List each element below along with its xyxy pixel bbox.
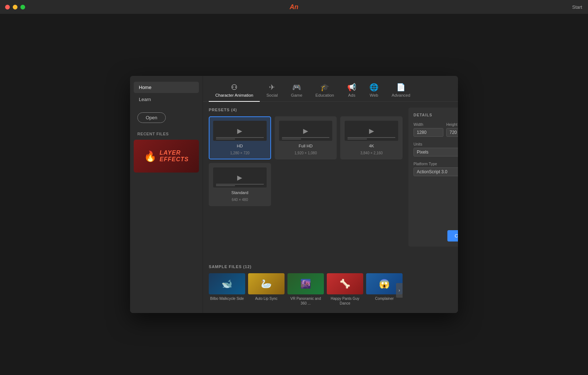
tab-advanced[interactable]: 📄 Advanced	[385, 81, 417, 102]
details-title: DETAILS	[413, 113, 458, 117]
play-icon: ▶	[237, 127, 242, 135]
sample-files-title: SAMPLE FILES (12)	[209, 264, 403, 269]
next-arrow[interactable]: ›	[396, 283, 403, 298]
preset-full-hd-name: Full HD	[299, 144, 313, 148]
main-area: Home Learn Open RECENT FILES 🔥 LAYEREFFE…	[0, 14, 588, 375]
preset-standard[interactable]: ▶ Standard 640 × 480	[209, 163, 271, 206]
width-input[interactable]: 1280	[413, 128, 443, 137]
preset-hd-thumbnail: ▶	[213, 121, 267, 141]
ads-icon: 📢	[347, 84, 356, 91]
platform-select-wrap: ActionScript 3.0	[413, 167, 458, 176]
sample-lip-sync[interactable]: 🦢 Auto Lip Sync	[248, 273, 285, 306]
web-icon: 🌐	[369, 84, 379, 91]
tab-ads-label: Ads	[348, 93, 356, 97]
recent-files-label: RECENT FILES	[130, 132, 203, 136]
banner-icon: 🔥	[144, 150, 157, 162]
sample-lip-thumb: 🦢	[248, 273, 285, 294]
sidebar-nav: Home Learn	[130, 82, 203, 105]
sample-happy-name: Happy Pants Guy Dance	[327, 296, 363, 306]
width-group: Width 1280	[413, 122, 443, 137]
sample-vr[interactable]: 🌆 VR Panoramic and 360 ...	[287, 273, 324, 306]
sample-bilbo-name: Bilbo Walkcycle Side	[209, 296, 245, 301]
app-logo: An	[290, 3, 298, 11]
height-label: Height	[446, 122, 458, 127]
minimize-button[interactable]	[13, 5, 17, 9]
thumb-lines-3	[348, 137, 395, 138]
units-group: Units Pixels	[413, 142, 458, 156]
thumb-lines	[216, 137, 264, 138]
an-logo-text: An	[290, 3, 298, 11]
sample-bilbo[interactable]: 🐋 Bilbo Walkcycle Side	[209, 273, 245, 306]
open-button[interactable]: Open	[137, 112, 166, 123]
social-icon: ✈	[269, 84, 275, 91]
open-button-wrap: Open	[130, 112, 203, 123]
tab-advanced-label: Advanced	[392, 93, 410, 97]
maximize-button[interactable]	[20, 5, 25, 9]
tab-ads[interactable]: 📢 Ads	[341, 81, 363, 102]
preset-full-hd[interactable]: ▶ Full HD 1,920 × 1,080	[275, 116, 337, 159]
details-panel: DETAILS Width 1280 Height 720 Units	[408, 108, 458, 247]
sample-vr-name: VR Panoramic and 360 ...	[287, 296, 324, 306]
presets-grid: ▶ HD 1,280 × 720 ▶	[209, 116, 403, 206]
sample-happy[interactable]: 🦴 Happy Pants Guy Dance	[327, 273, 363, 306]
tab-education[interactable]: 🎓 Education	[309, 81, 341, 102]
tab-social-label: Social	[266, 93, 278, 97]
education-icon: 🎓	[320, 84, 329, 91]
preset-4k[interactable]: ▶ 4K 3,840 × 2,160	[340, 116, 403, 159]
preset-hd-size: 1,280 × 720	[230, 151, 250, 155]
presets-section-title: PRESETS (4)	[209, 108, 403, 112]
height-input[interactable]: 720	[446, 128, 458, 137]
play-icon-4: ▶	[237, 174, 242, 182]
advanced-icon: 📄	[396, 84, 405, 91]
close-button[interactable]	[5, 5, 10, 9]
sample-vr-thumb: 🌆	[287, 273, 324, 294]
banner-text: LAYEREFFECTS	[160, 150, 189, 162]
happy-emoji: 🦴	[340, 279, 350, 289]
tab-game-label: Game	[291, 93, 302, 97]
play-icon-3: ▶	[369, 127, 374, 135]
units-select[interactable]: Pixels	[413, 148, 458, 156]
preset-hd[interactable]: ▶ HD 1,280 × 720	[209, 116, 271, 159]
bilbo-emoji: 🐋	[222, 279, 232, 289]
preset-standard-thumbnail: ▶	[213, 167, 267, 188]
thumb-lines-4	[216, 184, 264, 185]
character-animation-icon: ⚇	[231, 84, 238, 91]
vr-emoji: 🌆	[300, 279, 311, 289]
preset-standard-name: Standard	[231, 190, 248, 195]
recent-files-banner[interactable]: 🔥 LAYEREFFECTS	[134, 140, 199, 173]
sidebar-item-learn[interactable]: Learn	[134, 94, 199, 105]
preset-standard-size: 640 × 480	[232, 198, 248, 202]
tab-character-animation-label: Character Animation	[215, 93, 253, 97]
complainer-emoji: 😱	[379, 279, 390, 289]
start-label: Start	[572, 4, 582, 10]
preset-full-hd-thumbnail: ▶	[279, 121, 333, 141]
preset-full-hd-size: 1,920 × 1,080	[294, 151, 317, 155]
sample-files-wrapper: 🐋 Bilbo Walkcycle Side 🦢 Auto Lip Sync	[209, 273, 403, 307]
width-height-row: Width 1280 Height 720	[413, 122, 458, 137]
thumb-lines-2	[282, 137, 330, 138]
sidebar-item-home[interactable]: Home	[134, 82, 199, 93]
presets-panel: PRESETS (4) ▶ HD 1,280 × 720	[209, 108, 403, 262]
units-select-wrap: Pixels	[413, 148, 458, 156]
traffic-lights	[5, 5, 25, 9]
tab-web[interactable]: 🌐 Web	[363, 81, 385, 102]
create-button[interactable]: Create	[447, 230, 458, 241]
category-tabs: ⚇ Character Animation ✈ Social 🎮 Game 🎓 …	[203, 76, 458, 102]
platform-select[interactable]: ActionScript 3.0	[413, 167, 458, 176]
content-scroll: PRESETS (4) ▶ HD 1,280 × 720	[203, 102, 458, 313]
sample-lip-name: Auto Lip Sync	[248, 296, 285, 301]
units-label: Units	[413, 142, 458, 146]
sample-files-grid: 🐋 Bilbo Walkcycle Side 🦢 Auto Lip Sync	[209, 273, 403, 307]
titlebar: An Start	[0, 0, 588, 14]
tab-web-label: Web	[370, 93, 378, 97]
tab-social[interactable]: ✈ Social	[260, 81, 284, 102]
left-content: PRESETS (4) ▶ HD 1,280 × 720	[209, 108, 403, 307]
height-group: Height 720	[446, 122, 458, 137]
preset-hd-name: HD	[237, 144, 243, 148]
tab-character-animation[interactable]: ⚇ Character Animation	[209, 81, 260, 102]
platform-label: Platform Type	[413, 162, 458, 166]
content-area: ⚇ Character Animation ✈ Social 🎮 Game 🎓 …	[203, 76, 458, 313]
tab-education-label: Education	[315, 93, 334, 97]
tab-game[interactable]: 🎮 Game	[285, 81, 309, 102]
play-icon-2: ▶	[303, 127, 308, 135]
